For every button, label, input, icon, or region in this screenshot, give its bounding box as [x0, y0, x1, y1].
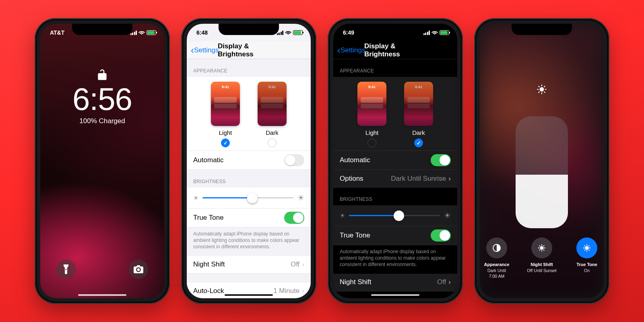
lock-time: 6:56 [40, 83, 164, 115]
appearance-title: Appearance [480, 262, 514, 268]
truetone-toggle[interactable] [284, 212, 304, 224]
nightshift-sub: Off Until Sunset [525, 268, 559, 273]
nightshift-label: Night Shift [340, 278, 371, 286]
status-icons [130, 30, 157, 35]
appearance-picker: 9:41 Light 9:41 Dark [187, 77, 311, 151]
light-label: Light [211, 129, 240, 136]
page-title: Display & Brightness [364, 42, 426, 58]
truetone-title: True Tone [570, 262, 604, 268]
dark-thumb: 9:41 [404, 82, 433, 126]
autolock-row[interactable]: Auto-Lock 1 Minute› [187, 283, 311, 298]
flashlight-button[interactable] [56, 260, 76, 279]
automatic-label: Automatic [340, 156, 370, 164]
truetone-icon [576, 237, 597, 258]
phone-settings-light: 6:48 ‹Settings Display & Brightness APPE… [181, 18, 316, 304]
sun-small-icon: ☀︎ [340, 212, 345, 219]
phone-settings-dark: 6:49 ‹Settings Display & Brightness APPE… [328, 18, 463, 304]
lock-wallpaper [40, 24, 164, 298]
battery-icon [293, 30, 303, 35]
dark-radio[interactable] [414, 138, 423, 147]
nightshift-button[interactable]: Night Shift Off Until Sunset [525, 237, 559, 279]
brightness-slider[interactable]: ☀︎ ☀︎ [340, 211, 451, 220]
dark-label: Dark [258, 129, 287, 136]
status-time: 6:49 [343, 29, 354, 36]
sun-small-icon: ☀︎ [193, 194, 198, 202]
cc-button-row: Appearance Dark Until 7:00 AM Night Shif… [480, 237, 604, 279]
nightshift-row[interactable]: Night Shift Off› [333, 274, 457, 291]
notch [72, 24, 132, 35]
truetone-label: True Tone [340, 231, 370, 239]
status-time: 6:48 [196, 29, 208, 36]
back-button[interactable]: ‹Settings [337, 46, 365, 54]
appearance-sub2: 7:00 AM [480, 273, 514, 279]
truetone-note: Automatically adapt iPhone display based… [187, 227, 311, 256]
dark-thumb: 9:41 [258, 82, 287, 126]
options-label: Options [340, 175, 363, 183]
truetone-toggle[interactable] [431, 229, 451, 242]
phone-lockscreen: AT&T 6:56 100% Charged [35, 18, 170, 304]
truetone-row[interactable]: True Tone [187, 208, 311, 227]
light-label: Light [357, 129, 386, 136]
autolock-value: 1 Minute [273, 287, 299, 295]
page-title: Display & Brightness [218, 42, 280, 58]
chevron-right-icon: › [448, 175, 451, 183]
carrier-label: AT&T [50, 29, 64, 36]
home-indicator[interactable] [371, 294, 419, 296]
battery-icon [147, 30, 156, 35]
wifi-icon [431, 30, 438, 35]
nightshift-icon [531, 237, 552, 258]
nightshift-title: Night Shift [525, 262, 559, 268]
light-radio[interactable] [221, 138, 230, 147]
svg-point-2 [540, 246, 543, 249]
battery-icon [440, 30, 449, 35]
camera-button[interactable] [129, 260, 148, 279]
phone-control-center: Appearance Dark Until 7:00 AM Night Shif… [474, 18, 609, 304]
appearance-light-option[interactable]: 9:41 Light [211, 82, 240, 147]
light-radio[interactable] [367, 138, 376, 147]
appearance-picker: 9:41 Light 9:41 Dark [333, 77, 457, 151]
truetone-row[interactable]: True Tone [333, 226, 457, 245]
status-icons [423, 30, 450, 35]
appearance-light-option[interactable]: 9:41 Light [357, 82, 386, 147]
sun-large-icon: ☀︎ [444, 211, 451, 220]
automatic-row[interactable]: Automatic [333, 151, 457, 170]
automatic-toggle[interactable] [284, 154, 304, 166]
brightness-vertical-slider[interactable] [516, 116, 568, 228]
back-label: Settings [341, 46, 365, 54]
flashlight-icon [62, 264, 70, 274]
svg-point-3 [585, 246, 588, 249]
automatic-toggle[interactable] [431, 154, 451, 166]
options-row[interactable]: Options Dark Until Sunrise› [333, 170, 457, 188]
options-value: Dark Until Sunrise [391, 175, 446, 183]
dark-radio[interactable] [268, 138, 277, 147]
nightshift-value: Off [291, 260, 299, 268]
back-label: Settings [194, 46, 219, 54]
home-indicator[interactable] [78, 294, 126, 296]
appearance-button[interactable]: Appearance Dark Until 7:00 AM [480, 237, 514, 279]
appearance-dark-option[interactable]: 9:41 Dark [404, 82, 433, 147]
nightshift-row[interactable]: Night Shift Off› [187, 256, 311, 274]
unlock-icon [97, 68, 107, 81]
brightness-slider[interactable]: ☀︎ ☀︎ [193, 193, 304, 202]
svg-point-0 [540, 88, 544, 91]
truetone-label: True Tone [193, 214, 224, 222]
autolock-label: Auto-Lock [193, 287, 224, 295]
brightness-row: ☀︎ ☀︎ [187, 188, 311, 208]
notch [365, 24, 425, 35]
back-button[interactable]: ‹Settings [191, 46, 219, 54]
home-indicator[interactable] [225, 294, 273, 296]
automatic-row[interactable]: Automatic [187, 151, 311, 170]
appearance-sub1: Dark Until [480, 268, 514, 273]
sun-large-icon: ☀︎ [297, 193, 304, 202]
chevron-right-icon: › [448, 278, 451, 286]
appearance-dark-option[interactable]: 9:41 Dark [258, 82, 287, 147]
lock-charged: 100% Charged [40, 117, 164, 125]
truetone-sub: On [570, 268, 604, 273]
nightshift-label: Night Shift [193, 260, 225, 268]
nav-bar: ‹Settings Display & Brightness [333, 41, 457, 59]
chevron-right-icon: › [302, 260, 304, 268]
dark-label: Dark [404, 129, 433, 136]
notch [512, 24, 572, 35]
truetone-note: Automatically adapt iPhone display based… [333, 245, 457, 274]
truetone-button[interactable]: True Tone On [570, 237, 604, 279]
